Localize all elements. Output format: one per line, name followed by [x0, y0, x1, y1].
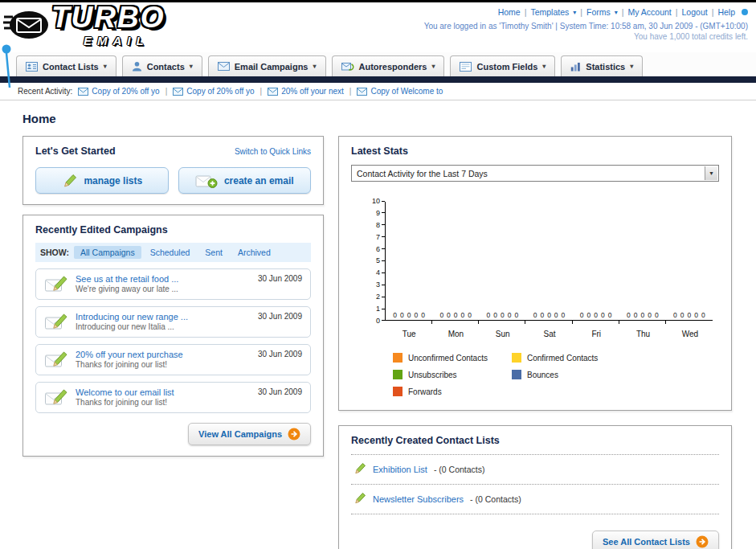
tab-label: Statistics: [586, 62, 625, 72]
bar-value-label: 0: [487, 311, 491, 319]
logo-envelope-icon: [3, 7, 50, 43]
custom-fields-icon: [460, 62, 472, 72]
campaign-link[interactable]: 20% off your next purchase: [76, 350, 183, 359]
bar-value-label: 0: [514, 311, 518, 319]
legend-item: Unconfirmed Contacts: [393, 353, 512, 363]
contact-list-link[interactable]: Exhibition List: [373, 465, 427, 474]
select-arrow-icon: ▼: [705, 166, 717, 180]
top-nav-link-forms[interactable]: Forms: [586, 7, 611, 17]
pencil-icon: [353, 462, 366, 476]
campaign-subtitle: Thanks for joining our list!: [76, 360, 183, 369]
tab-autoresponders[interactable]: Autoresponders ▾: [332, 55, 445, 76]
legend-item: Forwards: [393, 387, 512, 396]
logo-subtext: EMAIL: [84, 34, 149, 47]
y-axis-label: 6: [376, 246, 385, 252]
contact-list-item: Exhibition List - (0 Contacts): [351, 455, 719, 476]
bar-value-label: 0: [701, 311, 705, 319]
bar-value-label: 0: [554, 311, 558, 319]
bar-value-label: 0: [688, 311, 692, 319]
legend-label: Bounces: [527, 371, 558, 379]
manage-lists-button[interactable]: manage lists: [35, 167, 169, 194]
recent-activity-item[interactable]: Copy of 20% off yo: [173, 87, 254, 96]
campaign-link[interactable]: Introducing our new range ...: [76, 312, 188, 322]
bar-value-label: 0: [414, 311, 418, 319]
campaigns-panel: Recently Edited Campaigns SHOW: All Camp…: [22, 215, 324, 457]
campaign-link[interactable]: Welcome to our email list: [76, 387, 174, 397]
status-dot-icon: [742, 9, 748, 15]
recent-activity-item[interactable]: 20% off your next: [268, 87, 344, 96]
get-started-title: Let's Get Started: [35, 145, 116, 157]
stats-period-value: Contact Activity for the Last 7 Days: [357, 169, 488, 178]
recent-activity-bar: Recent Activity: Copy of 20% off yo | Co…: [0, 83, 756, 100]
contact-list-link[interactable]: Newsletter Subscribers: [373, 494, 464, 504]
y-axis-label: 10: [372, 198, 385, 204]
legend-swatch: [393, 370, 403, 379]
contact-list-count: - (0 Contacts): [470, 494, 521, 504]
campaign-item: Welcome to our email list Thanks for joi…: [35, 382, 311, 413]
x-axis-label: Tue: [386, 324, 432, 338]
bar-value-label: 0: [447, 311, 451, 319]
logo[interactable]: TURBO EMAIL: [3, 4, 244, 52]
recent-activity-text: Copy of 20% off yo: [92, 87, 159, 96]
legend-swatch: [393, 387, 403, 396]
y-axis-labels: 109876543210: [364, 198, 385, 324]
top-nav-link-templates[interactable]: Templates: [530, 7, 569, 17]
top-nav-link-my-account[interactable]: My Account: [628, 7, 672, 17]
nav-separator: |: [166, 87, 168, 96]
bar-value-label: 0: [634, 311, 638, 319]
bar-value-label: 0: [694, 311, 698, 319]
dropdown-arrow-icon: ▾: [104, 63, 107, 70]
get-started-panel: Let's Get Started Switch to Quick Links …: [22, 136, 324, 205]
campaigns-tab-sent[interactable]: Sent: [198, 246, 229, 259]
campaign-subtitle: Introducing our new Italia ...: [76, 322, 188, 331]
envelope-icon: [173, 88, 183, 96]
dropdown-arrow-icon: ▾: [431, 63, 435, 70]
tab-statistics[interactable]: Statistics ▾: [561, 55, 643, 76]
x-axis-label: Mon: [432, 324, 479, 338]
envelope-icon: [357, 88, 367, 96]
top-nav-link-home[interactable]: Home: [498, 7, 521, 17]
view-all-campaigns-button[interactable]: View All Campaigns: [188, 423, 311, 445]
legend-label: Confirmed Contacts: [527, 354, 598, 363]
chart-column: 00000: [386, 202, 432, 320]
bar-value-label: 0: [562, 311, 566, 319]
campaigns-tab-scheduled[interactable]: Scheduled: [144, 246, 197, 259]
recent-activity-item[interactable]: Copy of Welcome to: [357, 87, 443, 96]
y-axis-label: 9: [376, 210, 385, 216]
see-all-contact-lists-button[interactable]: See All Contact Lists: [592, 531, 719, 549]
campaign-link[interactable]: See us at the retail food ...: [76, 274, 178, 284]
legend-swatch: [512, 370, 521, 379]
bar-value-label: 0: [493, 311, 497, 319]
tab-contact-lists[interactable]: Contact Lists ▾: [16, 55, 116, 76]
chart: 109876543210 000000000000000000000000000…: [364, 201, 716, 396]
top-nav-link-logout[interactable]: Logout: [682, 7, 708, 17]
recent-activity-text: Copy of Welcome to: [370, 87, 443, 96]
arrow-circle-icon: [288, 428, 300, 440]
recent-activity-label: Recent Activity:: [18, 87, 72, 96]
bar-value-label: 0: [627, 311, 631, 319]
stats-period-select[interactable]: Contact Activity for the Last 7 Days ▼: [351, 165, 719, 182]
top-nav-link-help[interactable]: Help: [717, 7, 735, 17]
contact-lists-panel: Recently Created Contact Lists Exhibitio…: [338, 425, 732, 549]
chart-column: 00000: [525, 202, 572, 320]
bar-chart-icon: [570, 62, 581, 72]
recent-activity-item[interactable]: Copy of 20% off yo: [78, 87, 159, 96]
bar-value-label: 0: [468, 311, 472, 319]
dropdown-arrow-icon: ▾: [313, 63, 316, 70]
create-email-button[interactable]: create an email: [178, 167, 312, 194]
tab-custom-fields[interactable]: Custom Fields ▾: [450, 55, 555, 76]
x-axis-label: Wed: [667, 324, 713, 338]
right-column: Latest Stats Contact Activity for the La…: [338, 136, 732, 549]
contact-lists-title: Recently Created Contact Lists: [351, 435, 719, 446]
y-axis-label: 7: [376, 234, 385, 240]
latest-stats-title: Latest Stats: [351, 145, 719, 157]
envelope-icon: [268, 88, 278, 96]
switch-quick-links-link[interactable]: Switch to Quick Links: [235, 147, 311, 156]
chart-column: 00000: [619, 202, 666, 320]
campaigns-tab-archived[interactable]: Archived: [231, 246, 277, 259]
tab-contacts[interactable]: Contacts ▾: [122, 55, 202, 76]
bar-value-label: 0: [508, 311, 512, 319]
nav-separator: |: [580, 7, 582, 17]
campaigns-tab-all[interactable]: All Campaigns: [74, 246, 141, 259]
tab-email-campaigns[interactable]: Email Campaigns ▾: [208, 55, 326, 76]
